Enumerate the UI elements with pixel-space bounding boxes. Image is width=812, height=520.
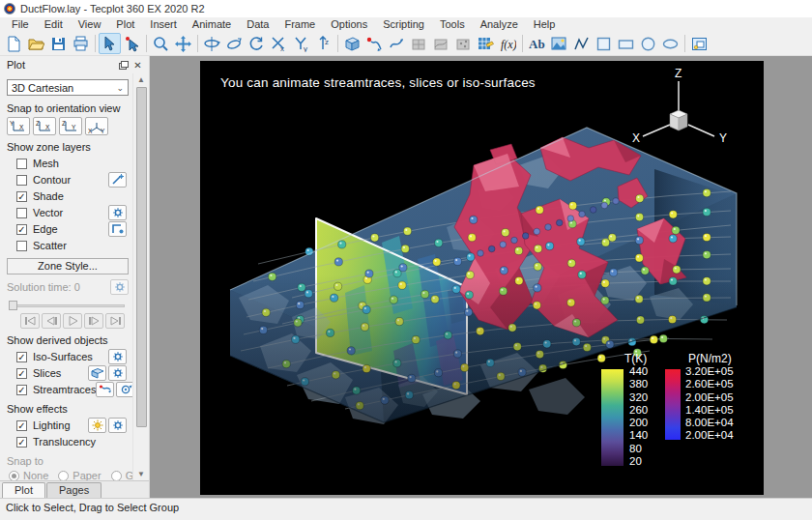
- menu-plot[interactable]: Plot: [108, 17, 142, 32]
- scroll-down-icon[interactable]: ▼: [135, 468, 148, 480]
- checkbox-scatter[interactable]: [16, 241, 27, 251]
- frame-tool-button[interactable]: [688, 33, 710, 54]
- orientation-view-button-3[interactable]: ZY: [59, 117, 82, 135]
- skip-to-start-button[interactable]: [20, 313, 40, 329]
- dock-icon[interactable]: [116, 58, 130, 72]
- title-bar: DuctFlow.lay - Tecplot 360 EX 2020 R2: [0, 0, 812, 17]
- orbit-icon-button[interactable]: [116, 382, 132, 397]
- snap-radio-none[interactable]: [9, 471, 19, 481]
- grid-edit-button[interactable]: [475, 33, 497, 54]
- checkbox-iso-surfaces[interactable]: ✓: [16, 352, 27, 362]
- menu-help[interactable]: Help: [526, 17, 564, 32]
- solution-time-slider[interactable]: [9, 301, 125, 310]
- play-button[interactable]: [63, 313, 82, 329]
- rotate-twist-button[interactable]: [246, 33, 268, 54]
- plot-frame[interactable]: You can animate streamtraces, slices or …: [200, 61, 764, 495]
- image-tool-button[interactable]: [548, 33, 570, 54]
- step-forward-button[interactable]: [84, 313, 103, 329]
- adjust-button[interactable]: [121, 33, 143, 54]
- menu-file[interactable]: File: [4, 17, 37, 32]
- gear-icon-button[interactable]: [108, 205, 127, 220]
- translate-button[interactable]: [172, 33, 194, 54]
- circle-tool-button[interactable]: [637, 33, 659, 54]
- axis-z-label: Z: [675, 67, 682, 80]
- slice-icon-button[interactable]: [88, 365, 106, 381]
- menu-tools[interactable]: Tools: [432, 17, 473, 32]
- checkbox-mesh[interactable]: [16, 159, 27, 169]
- corner-icon-button[interactable]: [108, 221, 127, 237]
- skip-to-end-button[interactable]: [105, 313, 125, 329]
- legend-tick: 200: [629, 417, 648, 429]
- checkbox-streamtraces[interactable]: ✓: [16, 385, 27, 395]
- rectangle-tool-button[interactable]: [615, 33, 637, 54]
- zone-create-1-button[interactable]: [408, 33, 430, 54]
- zoom-tool-button[interactable]: [150, 33, 172, 54]
- zone-style-button[interactable]: Zone Style...: [7, 258, 129, 274]
- menu-edit[interactable]: Edit: [37, 17, 71, 32]
- rotate-x-button[interactable]: x: [268, 33, 290, 54]
- slice-tool-button[interactable]: [341, 33, 363, 54]
- sun-icon-button[interactable]: [88, 418, 106, 433]
- rotate-roller-button[interactable]: [223, 33, 246, 54]
- sidebar-tab-plot[interactable]: Plot: [2, 482, 45, 498]
- sidebar-tab-pages[interactable]: Pages: [46, 482, 102, 498]
- polyline-tool-button[interactable]: [570, 33, 593, 54]
- orientation-view-button-4[interactable]: XY: [85, 117, 108, 135]
- checkbox-translucency[interactable]: ✓: [16, 437, 27, 448]
- checkbox-label: Streamtraces: [33, 384, 96, 395]
- open-button[interactable]: [25, 33, 47, 54]
- zone-create-3-button[interactable]: [452, 33, 475, 54]
- plot-annotation-text[interactable]: You can animate streamtraces, slices or …: [220, 75, 536, 90]
- step-back-button[interactable]: [42, 313, 61, 329]
- toolbar-separator: [522, 35, 523, 52]
- solution-time-settings-button[interactable]: [110, 279, 129, 295]
- checkbox-edge[interactable]: ✓: [16, 224, 27, 235]
- text-tool-button[interactable]: Ab: [526, 33, 548, 54]
- gear-icon-button[interactable]: [108, 365, 127, 381]
- menu-scripting[interactable]: Scripting: [375, 17, 432, 32]
- svg-text:f(x): f(x): [501, 38, 516, 51]
- checkbox-contour[interactable]: [16, 175, 27, 186]
- curve-tool-button[interactable]: [386, 33, 408, 54]
- rotate-z-button[interactable]: z: [312, 33, 334, 54]
- wand-icon-button[interactable]: [108, 172, 127, 188]
- menu-animate[interactable]: Animate: [185, 17, 239, 32]
- scrollbar-thumb[interactable]: [136, 87, 147, 427]
- checkbox-vector[interactable]: [16, 208, 27, 218]
- rake-icon-button[interactable]: [96, 382, 114, 397]
- menu-data[interactable]: Data: [239, 17, 276, 32]
- menu-analyze[interactable]: Analyze: [473, 17, 526, 32]
- function-tool-button[interactable]: f(x): [497, 33, 519, 54]
- new-layout-button[interactable]: [3, 33, 25, 54]
- streamtrace-tool-button[interactable]: [363, 33, 386, 54]
- menu-frame[interactable]: Frame: [276, 17, 323, 32]
- rotate-sphere-button[interactable]: [201, 33, 223, 54]
- orientation-view-button-2[interactable]: ZX: [33, 117, 56, 135]
- checkbox-shade[interactable]: ✓: [16, 191, 27, 202]
- gear-icon-button[interactable]: [108, 418, 127, 433]
- print-button[interactable]: [70, 33, 92, 54]
- checkbox-lighting[interactable]: ✓: [16, 420, 27, 431]
- sidebar-scrollbar[interactable]: ▲ ▼: [132, 73, 149, 480]
- snap-radio-grid[interactable]: [111, 471, 122, 481]
- menu-options[interactable]: Options: [323, 17, 375, 32]
- svg-text:X: X: [45, 124, 50, 130]
- close-icon[interactable]: ✕: [130, 58, 145, 72]
- save-button[interactable]: [47, 33, 70, 54]
- checkbox-slices[interactable]: ✓: [16, 368, 27, 379]
- slider-thumb[interactable]: [9, 301, 17, 310]
- ellipse-tool-button[interactable]: [659, 33, 682, 54]
- snap-radio-paper[interactable]: [58, 471, 69, 481]
- select-button[interactable]: [99, 33, 121, 54]
- square-tool-button[interactable]: [593, 33, 615, 54]
- checkbox-label: Iso-Surfaces: [33, 351, 108, 362]
- menu-insert[interactable]: Insert: [142, 17, 185, 32]
- plot-type-dropdown[interactable]: 3D Cartesian⌄: [7, 79, 129, 96]
- scroll-up-icon[interactable]: ▲: [135, 73, 148, 86]
- zone-create-2-button[interactable]: [430, 33, 452, 54]
- orientation-view-button-1[interactable]: YX: [7, 117, 30, 135]
- derived-row-streamtraces: ✓Streamtraces: [16, 382, 129, 397]
- rotate-y-button[interactable]: y: [290, 33, 312, 54]
- menu-view[interactable]: View: [71, 17, 109, 32]
- gear-icon-button[interactable]: [108, 349, 127, 364]
